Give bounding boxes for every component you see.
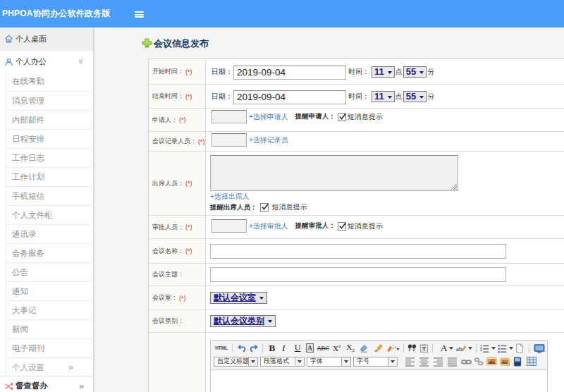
svg-text:ab: ab — [456, 345, 462, 352]
svg-text:2: 2 — [480, 348, 482, 352]
